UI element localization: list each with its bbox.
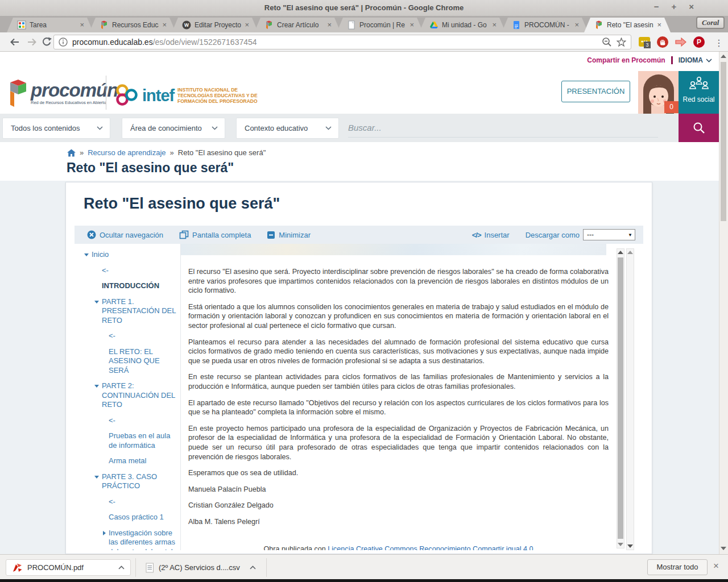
breadcrumb-separator: »	[170, 148, 174, 157]
presentation-button[interactable]: PRESENTACIÓN	[561, 81, 630, 102]
extension-badge-count: 3	[644, 41, 651, 48]
url-bar[interactable]: procomun.educalab.es/es/ode/view/1522671…	[53, 35, 631, 49]
page-info-icon[interactable]	[59, 38, 68, 47]
url-path: /es/ode/view/1522671637454	[153, 38, 257, 47]
nav-item-parte3[interactable]: PARTE 3. CASO PRÁCTICO	[84, 472, 180, 491]
tab-close-icon[interactable]: ×	[80, 22, 84, 28]
extension-notes-icon[interactable]: 3	[638, 36, 651, 48]
tab-close-icon[interactable]: ×	[245, 22, 249, 28]
tarea-favicon	[17, 20, 26, 30]
search-icon	[692, 121, 706, 135]
nav-item-back[interactable]: <-	[84, 266, 180, 276]
nav-item-pruebas-aula[interactable]: Pruebas en el aula de informática	[84, 431, 180, 450]
tab-mi-unidad[interactable]: Mi unidad - Go ×	[419, 18, 506, 32]
tab-editar-proyecto[interactable]: W Editar Proyecto ×	[172, 18, 258, 32]
download-format-select[interactable]: --- ▼	[583, 229, 635, 240]
breadcrumb-separator: »	[80, 148, 84, 157]
site-topbar: Compartir en Procomún IDIOMA	[587, 56, 712, 64]
intef-logo-icon[interactable]	[114, 82, 140, 108]
zoom-out-icon[interactable]	[602, 37, 612, 47]
page-scrollbar[interactable]	[719, 52, 728, 554]
tab-close-icon[interactable]: ×	[327, 22, 332, 28]
csv-file-icon	[146, 563, 154, 573]
nav-item-parte2[interactable]: PARTE 2: CONTINUACIÓN DEL RETO	[84, 381, 180, 410]
minimize-window-button[interactable]: −	[654, 2, 659, 11]
nav-item-parte1[interactable]: PARTE 1. PRESENTACIÓN DEL RETO	[84, 297, 180, 326]
procomun-logo-icon[interactable]	[7, 78, 30, 109]
fullscreen-button[interactable]: Pantalla completa	[179, 230, 251, 239]
tab-close-icon[interactable]: ×	[162, 22, 167, 28]
nav-item-investigacion[interactable]: Investigación sobre las diferentes armas…	[84, 529, 180, 551]
hide-navigation-button[interactable]: Ocultar navegación	[87, 230, 163, 239]
close-window-button[interactable]: ×	[689, 2, 694, 11]
search-button[interactable]	[679, 114, 719, 142]
paragraph: El apartado de este recurso llamado "Obj…	[188, 398, 609, 417]
breadcrumb-current: Reto "El asesino que será"	[178, 148, 266, 157]
chevron-up-icon[interactable]	[250, 566, 256, 569]
dropdown-all-contents[interactable]: Todos los contenidos	[2, 118, 110, 139]
chrome-profile-badge[interactable]: Coral	[696, 16, 725, 29]
expanded-triangle-icon	[84, 253, 89, 256]
bookmark-star-icon[interactable]	[617, 38, 626, 47]
chevron-down-icon	[97, 126, 103, 130]
nav-item-arma-metal[interactable]: Arma metal	[84, 456, 180, 466]
home-icon[interactable]	[67, 149, 76, 157]
dropdown-knowledge-area[interactable]: Área de conocimiento	[122, 118, 225, 139]
dropdown-educational-context[interactable]: Contexto educativo	[236, 118, 339, 139]
download-item-pdf[interactable]: PROCOMÚN.pdf	[6, 559, 131, 576]
tab-procomun-doc[interactable]: PROCOMÚN - D ×	[502, 18, 588, 32]
window-bottom-edge	[0, 579, 728, 582]
collapsed-triangle-icon	[103, 531, 106, 535]
extension-blocker-icon[interactable]	[656, 36, 669, 48]
svg-text:P: P	[697, 38, 701, 46]
fullscreen-icon	[179, 230, 189, 239]
downloads-divider	[135, 558, 136, 577]
minimize-resource-button[interactable]: Minimizar	[267, 231, 311, 239]
chevron-up-icon[interactable]	[118, 566, 125, 569]
breadcrumb-link[interactable]: Recurso de aprendizaje	[88, 148, 166, 157]
code-icon: </>	[472, 231, 481, 239]
page-favicon	[347, 20, 356, 30]
share-in-procomun-link[interactable]: Compartir en Procomún	[587, 56, 665, 64]
window-titlebar: Reto "El asesino que será" | Procomún - …	[0, 0, 728, 17]
tab-recursos[interactable]: Recursos Educa ×	[89, 18, 176, 32]
show-all-downloads-button[interactable]: Mostrar todo	[647, 559, 708, 575]
red-social-button[interactable]: Red social	[679, 71, 719, 114]
url-text[interactable]: procomun.educalab.es/es/ode/view/1522671…	[72, 38, 597, 47]
license-link[interactable]: Licencia Creative Commons Reconocimiento…	[328, 545, 533, 550]
tab-tarea[interactable]: Tarea ×	[7, 18, 93, 32]
chrome-menu-icon[interactable]: ⋮	[714, 38, 723, 48]
tab-close-icon[interactable]: ×	[492, 22, 497, 28]
pinterest-icon[interactable]: P	[693, 36, 705, 48]
downloads-divider	[266, 558, 267, 577]
tab-close-icon[interactable]: ×	[657, 22, 661, 28]
forward-icon[interactable]	[26, 37, 38, 47]
tab-crear-articulo[interactable]: Crear Artículo ×	[254, 18, 341, 32]
tab-close-icon[interactable]: ×	[574, 22, 579, 28]
nav-item-back[interactable]: <-	[84, 497, 180, 507]
search-input[interactable]	[348, 118, 658, 138]
nav-item-inicio[interactable]: Inicio	[84, 250, 180, 260]
nav-item-introduccion[interactable]: INTRODUCCIÓN	[84, 281, 180, 291]
language-menu[interactable]: IDIOMA	[679, 56, 712, 64]
maximize-window-button[interactable]: +	[671, 2, 676, 11]
content-scrollbar[interactable]	[617, 248, 624, 548]
nav-item-back[interactable]: <-	[84, 331, 180, 341]
tab-close-icon[interactable]: ×	[410, 22, 414, 28]
nav-item-back[interactable]: <-	[84, 416, 180, 426]
reload-icon[interactable]	[41, 36, 52, 48]
download-item-csv[interactable]: (2º AC) Servicios d....csv	[140, 559, 262, 576]
extension-arrow-icon[interactable]	[675, 36, 687, 48]
insert-embed-button[interactable]: </> Insertar	[472, 231, 510, 239]
procomun-logo[interactable]: procomún Red de Recursos Educativos en A…	[31, 80, 118, 105]
tab-reto-active[interactable]: Reto "El asesin ×	[584, 18, 671, 32]
nav-item-casos-practico[interactable]: Casos práctico 1	[84, 513, 180, 522]
back-icon[interactable]	[9, 37, 20, 47]
intef-wordmark[interactable]: intef	[142, 86, 174, 105]
select-arrow-icon: ▼	[626, 232, 635, 238]
frame-scrollbar[interactable]	[626, 248, 634, 550]
nav-item-el-reto[interactable]: EL RETO: EL ASESINO QUE SERÁ	[84, 347, 180, 376]
download-file-name: PROCOMÚN.pdf	[27, 563, 114, 572]
tab-procomun[interactable]: Procomún | Re ×	[337, 18, 423, 32]
close-downloads-bar-icon[interactable]: ×	[713, 560, 719, 572]
